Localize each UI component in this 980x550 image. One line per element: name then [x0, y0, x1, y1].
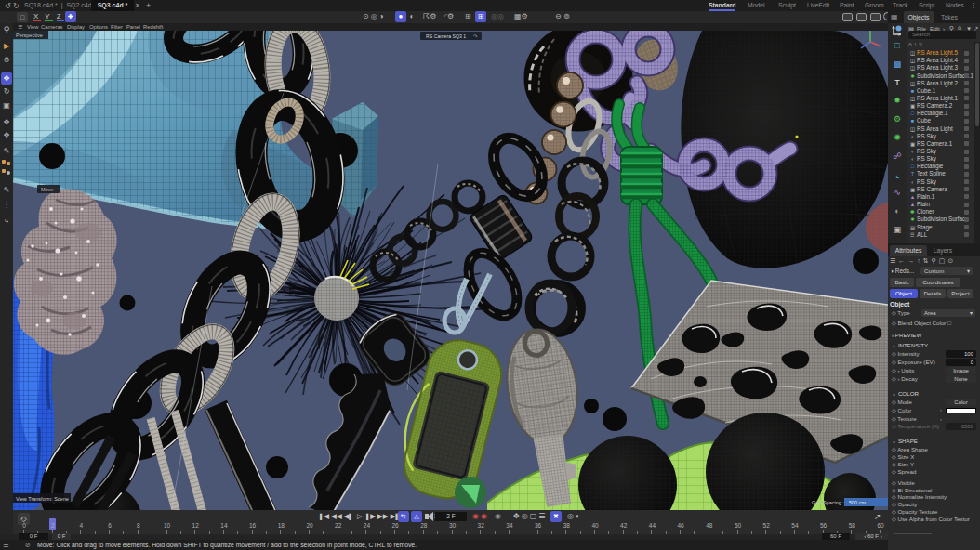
svg-text:500 cm: 500 cm: [849, 500, 866, 505]
svg-text:Perspective: Perspective: [16, 33, 43, 38]
svg-text:Grid Spacing :: Grid Spacing :: [812, 500, 844, 505]
svg-text:View Transform: Scene: View Transform: Scene: [16, 496, 69, 502]
svg-text:↷: ↷: [473, 33, 478, 39]
svg-text:RS Camera SQ3 1: RS Camera SQ3 1: [426, 33, 466, 39]
svg-text:Move: Move: [41, 187, 53, 192]
